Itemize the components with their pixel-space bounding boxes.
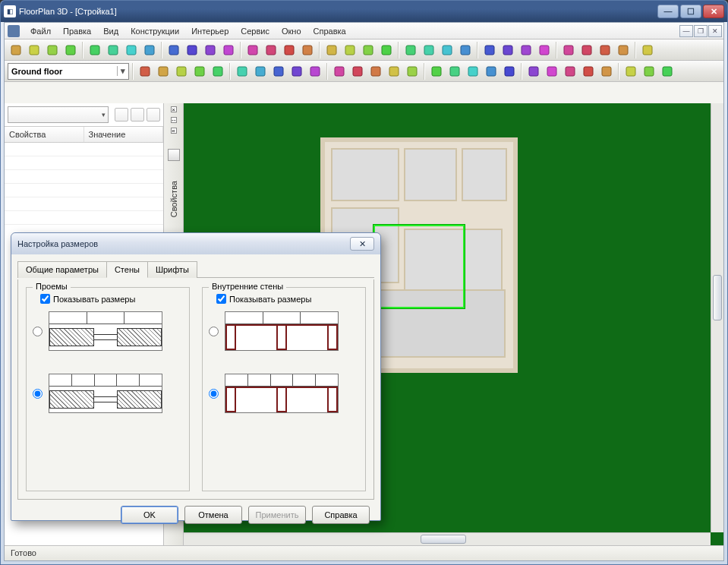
floor-selector[interactable]: Ground floor ▾ [8, 63, 129, 80]
tool-misc-button[interactable] [659, 63, 676, 80]
tool-align-left-button[interactable] [481, 42, 498, 58]
panel-arrow-icon[interactable]: « [171, 128, 177, 134]
tool-color2-button[interactable] [402, 42, 419, 58]
tool-furn6-button[interactable] [428, 63, 445, 80]
tool-roof3d-button[interactable] [598, 63, 615, 80]
tool-align-top-button[interactable] [536, 42, 553, 58]
tool-dim-button[interactable] [288, 63, 305, 80]
side-tab-label[interactable]: Свойства [169, 181, 178, 217]
menu-help[interactable]: Справка [307, 24, 352, 38]
tool-wall-button[interactable] [155, 63, 172, 80]
checkbox-inner[interactable] [216, 294, 226, 304]
tool-plus-button[interactable] [597, 42, 613, 58]
tab-fonts[interactable]: Шрифты [147, 261, 197, 278]
panel-tool-3[interactable] [147, 108, 160, 122]
tool-furn8-button[interactable] [465, 63, 481, 80]
tool-beam-button[interactable] [270, 63, 287, 80]
tool-column-button[interactable] [252, 63, 269, 80]
tool-3d-button[interactable] [562, 63, 578, 80]
check-show-dims-openings[interactable]: Показывать размеры [40, 294, 183, 304]
tool-fence-button[interactable] [501, 63, 518, 80]
tool-select-button[interactable] [137, 63, 153, 80]
tool-align-middle-button[interactable] [560, 42, 577, 58]
scrollbar-vertical[interactable] [711, 103, 723, 532]
mdi-minimize-button[interactable]: — [679, 25, 693, 37]
tool-road-button[interactable] [544, 63, 560, 80]
tool-roof-button[interactable] [210, 63, 226, 80]
tool-layers-button[interactable] [439, 42, 455, 58]
panel-close-icon[interactable]: × [171, 106, 177, 112]
menu-view[interactable]: Вид [97, 24, 124, 38]
tool-undo-button[interactable] [123, 42, 140, 58]
tool-paste-button[interactable] [105, 42, 121, 58]
tool-zoom-fit-button[interactable] [220, 42, 237, 58]
tool-align-right-button[interactable] [518, 42, 534, 58]
mdi-restore-button[interactable]: ❐ [694, 25, 708, 37]
panel-tool-2[interactable] [131, 108, 144, 122]
ok-button[interactable]: OK [121, 506, 178, 524]
menu-window[interactable]: Окно [276, 24, 307, 38]
tool-furn2-button[interactable] [349, 63, 366, 80]
tool-stairs-button[interactable] [234, 63, 251, 80]
tool-door-button[interactable] [173, 63, 190, 80]
inner-option-1[interactable] [209, 311, 359, 351]
tool-open-button[interactable] [26, 42, 43, 58]
tool-folder-button[interactable] [641, 63, 657, 80]
tool-camera-button[interactable] [307, 63, 323, 80]
minimize-button[interactable]: — [657, 5, 679, 18]
close-button[interactable]: ✕ [703, 5, 724, 18]
tool-furn3-button[interactable] [367, 63, 384, 80]
tool-furn5-button[interactable] [404, 63, 421, 80]
maximize-button[interactable]: ☐ [680, 5, 701, 18]
radio-inner-1[interactable] [209, 327, 219, 336]
menu-constr[interactable]: Конструкции [124, 24, 185, 38]
tool-window-button[interactable] [191, 63, 208, 80]
tool-furn1-button[interactable] [331, 63, 348, 80]
tool-color1-button[interactable] [378, 42, 395, 58]
tool-print-button[interactable] [62, 42, 79, 58]
tool-cursor3d-button[interactable] [299, 42, 316, 58]
tool-align-center-button[interactable] [500, 42, 516, 58]
tool-help-button[interactable] [165, 42, 182, 58]
menu-interior[interactable]: Интерьер [185, 24, 235, 38]
tool-zoom-out-button[interactable] [202, 42, 219, 58]
menu-service[interactable]: Сервис [235, 24, 276, 38]
tool-furn7-button[interactable] [446, 63, 463, 80]
tab-walls[interactable]: Стены [106, 261, 148, 278]
tool-copy-button[interactable] [87, 42, 103, 58]
tool-zoom-prev-button[interactable] [263, 42, 279, 58]
tool-align-bottom-button[interactable] [578, 42, 595, 58]
properties-selector[interactable]: ▾ [8, 106, 109, 123]
tool-redo-button[interactable] [141, 42, 158, 58]
tool-new-button[interactable] [8, 42, 24, 58]
scroll-thumb-v[interactable] [713, 275, 722, 320]
tool-text-button[interactable] [342, 42, 358, 58]
tool-fill-button[interactable] [360, 42, 377, 58]
titlebar[interactable]: ◧ FloorPlan 3D - [Стройка1] — ☐ ✕ [1, 1, 727, 22]
tool-zoom-window-button[interactable] [244, 42, 261, 58]
inner-option-2[interactable] [209, 374, 359, 413]
tab-general[interactable]: Общие параметры [17, 261, 107, 278]
tool-grid-button[interactable] [421, 42, 437, 58]
tool-tree-button[interactable] [483, 63, 500, 80]
col-properties[interactable]: Свойства [5, 127, 84, 142]
tool-save-button[interactable] [44, 42, 61, 58]
tool-zoom-in-button[interactable] [184, 42, 200, 58]
tool-plus3-button[interactable] [639, 42, 656, 58]
radio-opening-2[interactable] [33, 389, 43, 399]
cancel-button[interactable]: Отмена [184, 506, 242, 524]
tool-ground-button[interactable] [525, 63, 542, 80]
menu-edit[interactable]: Правка [57, 24, 97, 38]
dialog-close-button[interactable]: ✕ [350, 237, 374, 251]
tool-plus2-button[interactable] [615, 42, 632, 58]
radio-opening-1[interactable] [33, 327, 43, 336]
check-show-dims-inner[interactable]: Показывать размеры [216, 294, 359, 304]
opening-option-1[interactable] [33, 311, 183, 351]
tool-tool1-button[interactable] [457, 42, 474, 58]
help-button[interactable]: Справка [312, 506, 370, 524]
scroll-thumb-h[interactable] [421, 535, 466, 544]
tool-edit-button[interactable] [622, 63, 639, 80]
panel-tool-1[interactable] [115, 108, 128, 122]
tool-furn4-button[interactable] [386, 63, 402, 80]
apply-button[interactable]: Применить [248, 506, 306, 524]
